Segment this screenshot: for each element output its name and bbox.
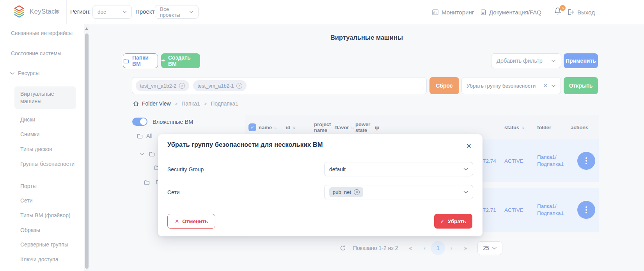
cross-icon: ✕: [175, 218, 179, 224]
sort-icon[interactable]: ↑↓: [274, 125, 276, 130]
vm-folders-button[interactable]: Папки ВМ: [123, 53, 158, 68]
cancel-button[interactable]: ✕ Отменить: [167, 214, 215, 229]
logout-icon: [568, 9, 574, 15]
sidebar-item-system-status[interactable]: Состояние системы: [11, 50, 61, 56]
sidebar-collapse-icon[interactable]: ✕: [55, 8, 60, 16]
first-page-button[interactable]: «: [409, 245, 412, 251]
clear-selection-icon[interactable]: ✕: [543, 83, 548, 89]
apply-button[interactable]: Применить: [564, 53, 598, 68]
current-page-button[interactable]: 1: [431, 241, 445, 255]
column-header-status[interactable]: status↑↓: [504, 115, 523, 139]
breadcrumb-root-label: Folder View: [142, 100, 171, 107]
scrollbar-thumb[interactable]: [85, 33, 89, 269]
bulk-action-select[interactable]: Убрать группу безопасности ✕: [461, 77, 561, 94]
cell-ip: 72.74: [483, 139, 496, 182]
remove-chip-icon[interactable]: ✕: [354, 189, 360, 195]
security-group-select[interactable]: default: [324, 162, 473, 176]
nav-docs[interactable]: Документация/FAQ: [481, 0, 541, 24]
sidebar-scrollbar[interactable]: [84, 24, 89, 271]
open-label: Открыть: [569, 83, 593, 89]
cell-folder[interactable]: Папка1/Подпапка1: [537, 139, 568, 182]
chevron-down-icon: [10, 72, 14, 75]
row-actions-kebab-button[interactable]: [577, 152, 595, 170]
chevron-down-icon: [551, 60, 556, 62]
logout-label: Выход: [577, 9, 595, 16]
sidebar-item-networks[interactable]: Сети: [20, 197, 79, 204]
create-vm-button[interactable]: + Создать ВМ: [161, 53, 200, 68]
next-page-button[interactable]: ›: [451, 245, 452, 251]
remove-chip-icon[interactable]: ✕: [236, 83, 242, 89]
breadcrumb-folder-view[interactable]: Folder View: [133, 100, 171, 107]
scroll-up-arrow-icon[interactable]: [85, 27, 88, 30]
sidebar-item-access-keys[interactable]: Ключи доступа: [20, 256, 79, 263]
notifications-count-badge: 5: [560, 5, 566, 11]
create-vm-label: Создать ВМ: [168, 55, 200, 67]
brand: KeyStack: [13, 5, 58, 18]
column-header-folder[interactable]: folder: [537, 115, 551, 139]
remove-submit-button[interactable]: ✓ Убрать: [434, 214, 472, 229]
docs-label: Документация/FAQ: [489, 9, 541, 16]
pagination: Показано 1-2 из 2 « ‹ 1 › » 25: [340, 241, 502, 255]
sidebar-item-linked-interfaces[interactable]: Связанные интерфейсы: [11, 30, 73, 36]
filter-chip-label: test_vm_a1b2-1: [197, 83, 234, 89]
nested-vms-toggle[interactable]: [132, 118, 147, 126]
region-select[interactable]: doc: [92, 5, 132, 19]
filter-chip: test_vm_a1b2-2 ✕: [136, 80, 189, 91]
pagination-summary: Показано 1-2 из 2: [353, 245, 398, 251]
last-page-button[interactable]: »: [464, 245, 467, 251]
reset-button[interactable]: Сброс: [429, 77, 459, 94]
sidebar-item-resources[interactable]: Ресурсы: [10, 70, 39, 76]
page-size-select[interactable]: 25: [477, 241, 502, 255]
remove-chip-icon[interactable]: ✕: [179, 83, 185, 89]
status-badge: ACTIVE: [504, 188, 523, 232]
chevron-down-icon: [551, 84, 556, 87]
app-window: KeyStack ✕ Регион: doc Проект: Все проек…: [0, 0, 644, 271]
sort-icon[interactable]: ↑↓: [293, 125, 295, 130]
sidebar-item-security-groups[interactable]: Группы безопасности: [20, 160, 79, 168]
sidebar-item-vm-types[interactable]: Типы ВМ (флэйвор): [20, 212, 79, 219]
breadcrumb: Folder View > Папка1 > Подпапка1: [133, 100, 238, 107]
networks-multiselect[interactable]: pub_net ✕: [324, 185, 473, 199]
project-select[interactable]: Все проекты: [155, 5, 199, 19]
cancel-label: Отменить: [182, 218, 208, 224]
sidebar-item-images[interactable]: Образы: [20, 227, 79, 234]
breadcrumb-subfolder1[interactable]: Подпапка1: [211, 100, 238, 107]
breadcrumb-folder1[interactable]: Папка1: [181, 100, 200, 107]
sidebar-item-disks[interactable]: Диски: [20, 116, 79, 123]
filter-input[interactable]: test_vm_a1b2-2 ✕ test_vm_a1b2-1 ✕: [132, 77, 427, 94]
prev-page-button[interactable]: ‹: [424, 245, 426, 251]
document-icon: [481, 9, 486, 15]
select-all-checkbox[interactable]: ✓: [248, 123, 256, 131]
monitoring-label: Мониторинг: [442, 9, 474, 16]
sort-icon[interactable]: ↑↓: [351, 125, 353, 130]
project-label: Проект:: [135, 8, 156, 15]
network-chip-label: pub_net: [333, 189, 351, 195]
add-filter-select[interactable]: Добавить фильтр: [491, 53, 561, 68]
sidebar-item-virtual-machines[interactable]: Виртуальные машины: [14, 86, 76, 109]
sidebar-item-server-groups[interactable]: Серверные группы: [20, 241, 79, 248]
keystack-logo-icon: [13, 5, 25, 18]
networks-label: Сети: [167, 185, 180, 199]
nav-monitoring[interactable]: Мониторинг: [432, 0, 474, 24]
cell-folder[interactable]: Папка1/Подпапка1: [537, 188, 568, 232]
sidebar-item-disk-types[interactable]: Типы дисков: [20, 146, 79, 153]
cell-ip: 72.71: [483, 188, 496, 232]
chevron-down-icon: [140, 153, 144, 155]
sidebar-item-ports[interactable]: Порты: [20, 183, 79, 190]
sidebar-item-snapshots[interactable]: Снимки: [20, 131, 79, 138]
notifications-bell-icon[interactable]: 5: [554, 7, 564, 17]
open-button[interactable]: Открыть: [564, 77, 598, 94]
network-chip: pub_net ✕: [329, 187, 363, 197]
row-actions-kebab-button[interactable]: [577, 201, 595, 219]
modal-close-icon[interactable]: ✕: [466, 142, 472, 150]
folder-icon: [144, 180, 150, 185]
folder-tree-item[interactable]: П: [144, 179, 160, 185]
reset-label: Сброс: [436, 83, 452, 89]
brand-name: KeyStack: [30, 8, 58, 16]
logout-button[interactable]: Выход: [568, 0, 595, 24]
refresh-icon[interactable]: [340, 245, 346, 251]
folder-tree-item-expanded[interactable]: [140, 151, 155, 157]
folder-icon: [123, 58, 129, 63]
folder-tree-item-all[interactable]: All: [137, 133, 153, 139]
sort-icon[interactable]: ↑↓: [521, 125, 523, 130]
